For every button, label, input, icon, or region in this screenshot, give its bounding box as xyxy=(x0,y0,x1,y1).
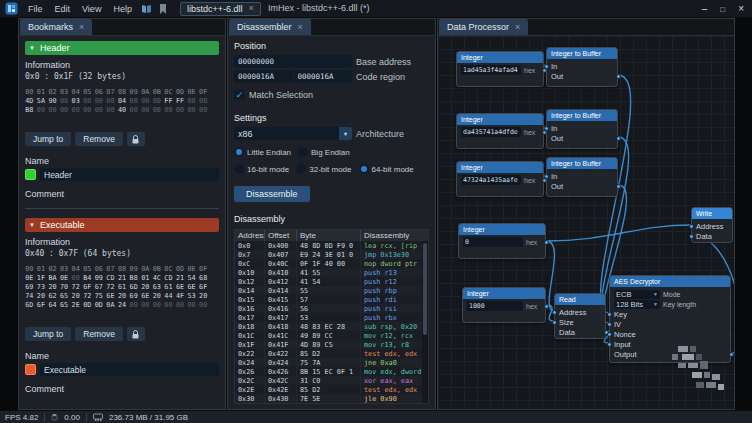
disassembly-row[interactable]: 0x320x43283 EA 01sub edx, 1 xyxy=(235,403,428,404)
remove-button[interactable]: Remove xyxy=(75,327,123,341)
disassembly-row[interactable]: 0xC0x40C0F 1F 40 00nop dword ptr [rax] xyxy=(235,259,428,268)
disassembly-row[interactable]: 0x300x4307E 5Ejle 0x90 xyxy=(235,394,428,403)
radio-64-bit-mode[interactable] xyxy=(359,164,369,174)
disassemble-button[interactable]: Disassemble xyxy=(234,186,310,202)
base-address-input[interactable] xyxy=(234,55,352,68)
output-pin[interactable] xyxy=(616,184,621,189)
tab-disassembler[interactable]: Disassembler xyxy=(229,19,311,35)
disassembly-row[interactable]: 0x170x41753push rbx xyxy=(235,313,428,322)
chevron-down-icon[interactable] xyxy=(339,127,352,140)
lock-button[interactable] xyxy=(127,132,145,146)
column-address[interactable]: Address xyxy=(235,230,265,241)
radio-big-endian[interactable] xyxy=(298,147,308,157)
key-length-select[interactable]: 128 Bits xyxy=(614,300,660,309)
node-integer-to-buffer-2[interactable]: Integer to Buffer In Out xyxy=(546,109,618,149)
maximize-button[interactable] xyxy=(720,2,725,16)
close-icon[interactable] xyxy=(248,4,253,13)
input-pin[interactable] xyxy=(689,224,694,229)
input-pin[interactable] xyxy=(552,310,557,315)
node-integer-to-buffer-3[interactable]: Integer to Buffer In Out xyxy=(546,157,618,197)
disassembly-row[interactable]: 0x220x42285 D2test edx, edx xyxy=(235,349,428,358)
disassembly-row[interactable]: 0x240x42475 7Ajne 0xa0 xyxy=(235,358,428,367)
input-pin[interactable] xyxy=(607,332,612,337)
disassembly-row[interactable]: 0x70x407E9 24 3E 01 0jmp 0x13e30 xyxy=(235,250,428,259)
node-value-input[interactable] xyxy=(467,301,523,311)
node-value-input[interactable] xyxy=(463,237,523,247)
node-write[interactable]: Write Address Data xyxy=(691,207,733,243)
code-region-start-input[interactable] xyxy=(234,70,293,83)
bookmark-name-input[interactable] xyxy=(40,168,219,181)
scrollbar-thumb[interactable] xyxy=(423,243,427,335)
radio-little-endian[interactable] xyxy=(234,147,244,157)
bookmark-icon[interactable] xyxy=(156,3,171,15)
column-byte[interactable]: Byte xyxy=(297,230,361,241)
node-editor-canvas[interactable]: Integer hex Integer to Buffer In Out Int… xyxy=(438,36,734,409)
column-offset[interactable]: Offset xyxy=(265,230,297,241)
lock-button[interactable] xyxy=(127,327,145,341)
menu-edit[interactable]: Edit xyxy=(49,2,77,16)
architecture-select[interactable]: x86 xyxy=(234,127,352,140)
jump-to-button[interactable]: Jump to xyxy=(25,327,71,341)
bookmark-color-swatch[interactable] xyxy=(25,364,36,375)
disassembly-row[interactable]: 0x100x41041 55push r13 xyxy=(235,268,428,277)
node-integer-4[interactable]: Integer hex xyxy=(458,223,546,259)
input-pin[interactable] xyxy=(544,64,549,69)
menu-file[interactable]: File xyxy=(22,2,49,16)
mode-select[interactable]: ECB xyxy=(614,290,660,299)
disassembly-row[interactable]: 0x260x4268B 15 EC 0F 1mov edx, dword ptr… xyxy=(235,367,428,376)
output-pin[interactable] xyxy=(729,352,734,357)
node-integer-2[interactable]: Integer hex xyxy=(456,113,544,149)
bookmark-header[interactable]: Executable xyxy=(25,218,219,232)
output-pin[interactable] xyxy=(616,74,621,79)
chevron-down-icon[interactable] xyxy=(653,302,658,307)
disassembly-row[interactable]: 0x2E0x42E85 D2test edx, edx xyxy=(235,385,428,394)
output-pin[interactable] xyxy=(544,304,549,309)
minimize-button[interactable] xyxy=(702,2,708,16)
radio-16-bit-mode[interactable] xyxy=(234,164,244,174)
jump-to-button[interactable]: Jump to xyxy=(25,132,71,146)
input-pin[interactable] xyxy=(544,174,549,179)
node-integer-to-buffer-1[interactable]: Integer to Buffer In Out xyxy=(546,47,618,87)
disassembly-row[interactable]: 0x1C0x41C49 89 CCmov r12, rcx xyxy=(235,331,428,340)
output-pin[interactable] xyxy=(544,240,549,245)
node-integer-1[interactable]: Integer hex xyxy=(456,51,544,87)
disassembly-row[interactable]: 0x00x40048 8D 0D F9 0lea rcx, [rip + 0x1… xyxy=(235,241,428,250)
menu-view[interactable]: View xyxy=(76,2,107,16)
disassembly-row[interactable]: 0x160x41656push rsi xyxy=(235,304,428,313)
bookmark-header[interactable]: Header xyxy=(25,41,219,55)
input-pin[interactable] xyxy=(544,126,549,131)
disassembly-row[interactable]: 0x150x41557push rdi xyxy=(235,295,428,304)
input-pin[interactable] xyxy=(607,342,612,347)
tab-bookmarks[interactable]: Bookmarks xyxy=(20,19,92,35)
node-value-input[interactable] xyxy=(461,65,521,75)
input-pin[interactable] xyxy=(607,312,612,317)
disassembly-row[interactable]: 0x180x41848 83 EC 28sub rsp, 0x20 xyxy=(235,322,428,331)
close-icon[interactable] xyxy=(515,23,520,32)
tab-data-processor[interactable]: Data Processor xyxy=(439,19,528,35)
book-icon[interactable] xyxy=(139,3,154,15)
disassembly-row[interactable]: 0x140x41455push rbp xyxy=(235,286,428,295)
input-pin[interactable] xyxy=(552,320,557,325)
input-pin[interactable] xyxy=(689,234,694,239)
remove-button[interactable]: Remove xyxy=(75,132,123,146)
file-tab[interactable]: libstdc++-6.dll xyxy=(180,2,261,16)
match-selection-checkbox[interactable] xyxy=(234,89,245,100)
node-read[interactable]: Read Address Size Data xyxy=(554,293,606,339)
node-integer-5[interactable]: Integer hex xyxy=(462,287,546,323)
node-value-input[interactable] xyxy=(461,175,521,185)
disassembly-row[interactable]: 0x120x41241 54push r12 xyxy=(235,277,428,286)
input-pin[interactable] xyxy=(607,322,612,327)
close-icon[interactable] xyxy=(298,23,303,32)
node-value-input[interactable] xyxy=(461,127,521,137)
output-pin[interactable] xyxy=(616,136,621,141)
scrollbar[interactable] xyxy=(422,241,428,403)
code-region-end-input[interactable] xyxy=(294,70,353,83)
menu-help[interactable]: Help xyxy=(107,2,138,16)
disassembly-row[interactable]: 0x1F0x41F4D 89 C5mov r13, r8 xyxy=(235,340,428,349)
column-disassembly[interactable]: Disassembly xyxy=(361,230,428,241)
close-button[interactable] xyxy=(738,2,744,16)
radio-32-bit-mode[interactable] xyxy=(296,164,306,174)
close-icon[interactable] xyxy=(79,23,84,32)
bookmark-name-input[interactable] xyxy=(40,363,219,376)
disassembly-row[interactable]: 0x2C0x42C31 C0xor eax, eax xyxy=(235,376,428,385)
